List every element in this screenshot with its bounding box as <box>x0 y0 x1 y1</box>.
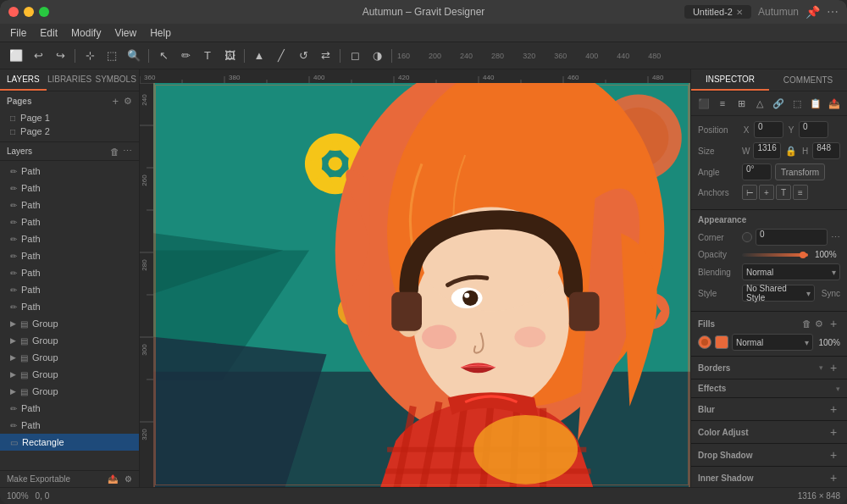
flip-btn[interactable]: ⇄ <box>316 47 335 65</box>
tab-close-icon[interactable]: ✕ <box>736 8 743 17</box>
close-button[interactable] <box>8 7 19 17</box>
position-y-field[interactable]: 0 <box>799 121 828 138</box>
menu-modify[interactable]: Modify <box>71 27 101 39</box>
size-w-field[interactable]: 1316 <box>753 142 781 159</box>
inspector-icon-5[interactable]: 🔗 <box>771 95 786 112</box>
layer-group-1[interactable]: ▶ ▤ Group <box>0 315 139 332</box>
document-tab[interactable]: Untitled-2 ✕ <box>684 5 751 19</box>
corner-options-icon[interactable]: ⋯ <box>831 232 840 243</box>
blending-select[interactable]: Normal ▾ <box>742 263 840 280</box>
anchor-tr[interactable]: T <box>776 185 791 200</box>
menu-view[interactable]: View <box>114 27 136 39</box>
marquee-btn[interactable]: ⬚ <box>102 47 121 65</box>
layer-rectangle[interactable]: ▭ Rectangle <box>0 434 139 451</box>
blur-add-btn[interactable]: + <box>827 402 840 416</box>
anchor-align[interactable]: ≡ <box>793 185 808 200</box>
cursor-btn[interactable]: ↖ <box>154 47 173 65</box>
layer-path-8[interactable]: ✏ Path <box>0 281 139 298</box>
layer-group-5[interactable]: ▶ ▤ Group <box>0 383 139 400</box>
export-icon[interactable]: 📤 <box>108 474 118 484</box>
inspector-icon-2[interactable]: ≡ <box>715 95 730 112</box>
inspector-icon-1[interactable]: ⬛ <box>696 95 711 112</box>
sync-label[interactable]: Sync <box>822 289 840 298</box>
tab-libraries[interactable]: LIBRARIES <box>47 69 93 91</box>
zoom-btn[interactable]: 🔍 <box>125 47 143 65</box>
drop-shadow-section[interactable]: Drop Shadow + <box>691 444 847 467</box>
corner-field[interactable]: 0 <box>756 229 828 246</box>
lock-icon[interactable]: 🔒 <box>785 146 797 157</box>
borders-add-btn[interactable]: + <box>827 361 840 374</box>
inspector-icon-8[interactable]: 📤 <box>827 95 842 112</box>
borders-section[interactable]: Borders ▾ + <box>691 357 847 379</box>
minimize-button[interactable] <box>24 7 34 17</box>
inner-shadow-add-btn[interactable]: + <box>827 471 840 485</box>
refresh-btn[interactable]: ↺ <box>294 47 313 65</box>
layer-group-2[interactable]: ▶ ▤ Group <box>0 332 139 349</box>
layer-path-3[interactable]: ✏ Path <box>0 197 139 213</box>
color-adjust-add-btn[interactable]: + <box>827 425 840 439</box>
inspector-icon-4[interactable]: △ <box>752 95 767 112</box>
position-x-field[interactable]: 0 <box>754 121 783 138</box>
fill-blend-select[interactable]: Normal ▾ <box>732 334 813 351</box>
anchor-tl[interactable]: ⊢ <box>742 185 757 200</box>
fills-settings-icon[interactable]: ⚙ <box>815 318 823 330</box>
layer-path-9[interactable]: ✏ Path <box>0 298 139 315</box>
opacity-slider[interactable] <box>742 253 808 257</box>
menu-help[interactable]: Help <box>150 27 171 39</box>
inner-shadow-section[interactable]: Inner Shadow + <box>691 467 847 487</box>
inspector-icon-7[interactable]: 📋 <box>808 95 823 112</box>
fill-type-btn[interactable] <box>698 335 711 349</box>
fills-add-btn[interactable]: + <box>827 317 840 330</box>
delete-layer-btn[interactable]: 🗑 <box>110 147 119 157</box>
layer-path-2[interactable]: ✏ Path <box>0 180 139 197</box>
layer-path-7[interactable]: ✏ Path <box>0 264 139 281</box>
undo-btn[interactable]: ↩ <box>29 47 47 65</box>
drop-shadow-add-btn[interactable]: + <box>827 448 840 462</box>
canvas-area[interactable]: 360 380 400 420 440 460 480 <box>140 69 690 487</box>
layer-path-4[interactable]: ✏ Path <box>0 213 139 230</box>
layer-group-3[interactable]: ▶ ▤ Group <box>0 349 139 366</box>
layer-path-5[interactable]: ✏ Path <box>0 230 139 247</box>
layer-path-6[interactable]: ✏ Path <box>0 247 139 264</box>
layer-path-11[interactable]: ✏ Path <box>0 417 139 434</box>
style-select[interactable]: No Shared Style ▾ <box>742 285 815 302</box>
inspector-icon-6[interactable]: ⬚ <box>789 95 805 112</box>
redo-btn[interactable]: ↪ <box>51 47 69 65</box>
more-icon[interactable]: ⋯ <box>827 5 839 19</box>
combine-btn[interactable]: ◻ <box>346 47 364 65</box>
page-item-1[interactable]: □ Page 1 <box>7 111 132 125</box>
menu-edit[interactable]: Edit <box>40 27 58 39</box>
fullscreen-button[interactable] <box>39 7 49 17</box>
anchor-tc[interactable]: + <box>759 185 774 200</box>
layer-group-4[interactable]: ▶ ▤ Group <box>0 366 139 383</box>
tab-symbols[interactable]: SYMBOLS <box>92 69 139 91</box>
tab-inspector[interactable]: INSPECTOR <box>691 69 769 91</box>
page-item-2[interactable]: □ Page 2 <box>7 125 132 138</box>
size-h-field[interactable]: 848 <box>812 142 840 159</box>
mask-btn[interactable]: ◑ <box>368 47 386 65</box>
inspector-icon-3[interactable]: ⊞ <box>734 95 749 112</box>
page-settings-icon[interactable]: ⚙ <box>124 96 132 107</box>
pen-btn[interactable]: ✏ <box>176 47 195 65</box>
shape-btn[interactable]: ▲ <box>250 47 268 65</box>
line-btn[interactable]: ╱ <box>272 47 291 65</box>
effects-section[interactable]: Effects ▾ <box>691 379 847 398</box>
new-file-btn[interactable]: ⬜ <box>7 47 25 65</box>
illustration-canvas[interactable] <box>153 83 690 487</box>
tab-layers[interactable]: LAYERS <box>0 69 47 91</box>
fill-color-swatch[interactable] <box>715 335 728 349</box>
select-btn[interactable]: ⊹ <box>80 47 99 65</box>
export-settings-icon[interactable]: ⚙ <box>125 474 132 484</box>
color-adjust-section[interactable]: Color Adjust + <box>691 421 847 444</box>
make-exportable-label[interactable]: Make Exportable <box>7 474 70 484</box>
layer-path-1[interactable]: ✏ Path <box>0 163 139 180</box>
text-btn[interactable]: T <box>198 47 217 65</box>
blur-section[interactable]: Blur + <box>691 398 847 421</box>
tab-comments[interactable]: COMMENTS <box>769 69 847 91</box>
fills-delete-icon[interactable]: 🗑 <box>802 318 811 329</box>
menu-file[interactable]: File <box>10 27 26 39</box>
layer-options-btn[interactable]: ⋯ <box>123 146 132 157</box>
transform-btn[interactable]: Transform <box>775 163 825 180</box>
angle-field[interactable]: 0° <box>742 163 772 180</box>
image-btn[interactable]: 🖼 <box>220 47 239 65</box>
